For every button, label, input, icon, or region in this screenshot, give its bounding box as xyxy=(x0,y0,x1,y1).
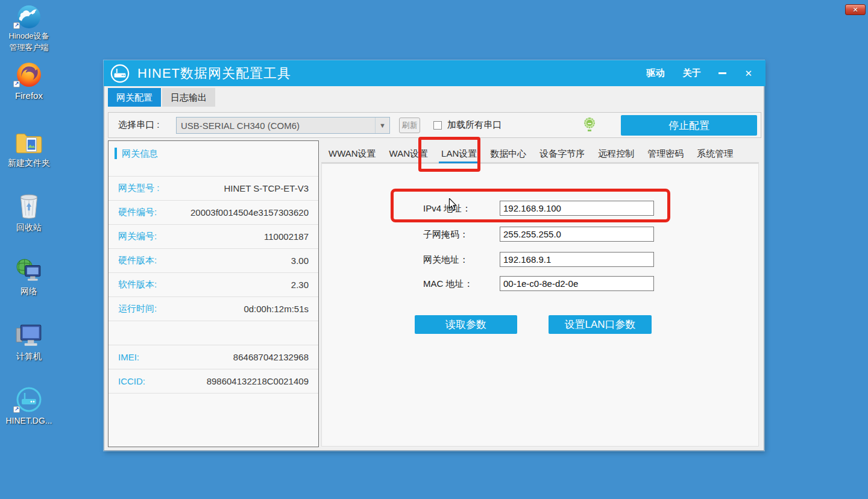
gateway-address-input[interactable] xyxy=(500,252,654,267)
desktop-icon-hinode-client[interactable]: ↗ Hinode设备 管理客户端 xyxy=(4,2,54,54)
gateway-info-panel: 网关信息 网关型号 : HINET S-TCP-ET-V3 硬件编号: 2000… xyxy=(108,140,319,447)
tab-lan-settings[interactable]: LAN设置 xyxy=(435,145,483,162)
shortcut-arrow-icon: ↗ xyxy=(13,406,20,413)
settings-tab-bar: WWAN设置 WAN设置 LAN设置 数据中心 设备字节序 远程控制 管理密码 … xyxy=(321,145,759,163)
info-label: 硬件版本: xyxy=(118,255,157,266)
desktop-icon-label: Firefox xyxy=(4,89,54,102)
tab-system-management[interactable]: 系统管理 xyxy=(691,145,739,162)
serial-port-bar: 选择串口 : USB-SERIAL CH340 (COM6) ▼ 刷新 加载所有… xyxy=(108,112,761,138)
remote-session-close-button[interactable]: ✕ xyxy=(845,4,866,15)
app-window: HINET数据网关配置工具 驱动 关于 ✕ 网关配置 日志输出 选择串口 : U… xyxy=(104,60,764,451)
lan-settings-panel: IPv4 地址： 子网掩码： 网关地址： MAC 地址： 读取参数 设置LAN口… xyxy=(321,163,759,447)
info-row-hardware-id: 硬件编号: 20003f0014504e3157303620 xyxy=(108,200,318,224)
shortcut-arrow-icon: ↗ xyxy=(13,22,20,29)
stop-config-button[interactable]: 停止配置 xyxy=(621,115,757,136)
tab-log-output[interactable]: 日志输出 xyxy=(162,88,215,107)
main-tab-bar: 网关配置 日志输出 xyxy=(108,88,216,107)
subnet-mask-label: 子网掩码： xyxy=(423,227,468,242)
form-row-ipv4: IPv4 地址： xyxy=(322,201,758,216)
info-row-empty xyxy=(108,321,318,345)
info-label: IMEI: xyxy=(118,352,139,362)
desktop-icon-computer[interactable]: 计算机 xyxy=(4,322,54,362)
desktop-icon-label: 网络 xyxy=(4,285,54,297)
accent-bar xyxy=(115,148,117,159)
info-value: 0d:00h:12m:51s xyxy=(244,304,309,314)
ipv4-label: IPv4 地址： xyxy=(423,201,471,216)
info-value: HINET S-TCP-ET-V3 xyxy=(224,183,309,193)
info-label: ICCID: xyxy=(118,376,145,386)
desktop-icon-network[interactable]: 网络 xyxy=(4,257,54,297)
status-bulb-icon xyxy=(584,118,595,128)
desktop-icon-firefox[interactable]: ↗ Firefox xyxy=(4,61,54,102)
recycle-bin-icon xyxy=(4,193,54,219)
tab-wwan-settings[interactable]: WWAN设置 xyxy=(322,145,382,162)
info-label: 网关型号 : xyxy=(118,183,159,194)
tab-admin-password[interactable]: 管理密码 xyxy=(641,145,690,162)
info-row-filler xyxy=(108,393,318,399)
desktop-icon-label: 计算机 xyxy=(4,350,54,362)
status-bulb-base xyxy=(588,130,591,131)
info-row-imei: IMEI: 864687042132968 xyxy=(108,345,318,369)
read-params-button[interactable]: 读取参数 xyxy=(415,315,517,334)
chevron-down-icon: ▼ xyxy=(375,118,389,133)
desktop-icon-recycle-bin[interactable]: 回收站 xyxy=(4,193,54,233)
hinet-router-icon: ↗ xyxy=(4,386,54,413)
desktop-icon-label: 回收站 xyxy=(4,221,54,233)
gateway-address-label: 网关地址： xyxy=(423,252,468,268)
info-row-gateway-id: 网关编号: 110002187 xyxy=(108,224,318,248)
subnet-mask-input[interactable] xyxy=(500,227,654,242)
desktop-icon-new-folder[interactable]: 新建文件夹 xyxy=(4,128,54,169)
desktop-icon-hinet-shortcut[interactable]: ↗ HINET.DG... xyxy=(4,386,54,427)
tab-gateway-config[interactable]: 网关配置 xyxy=(108,88,161,107)
close-button[interactable]: ✕ xyxy=(744,68,752,79)
titlebar: HINET数据网关配置工具 驱动 关于 ✕ xyxy=(104,60,766,86)
firefox-icon: ↗ xyxy=(4,61,54,87)
serial-port-select[interactable]: USB-SERIAL CH340 (COM6) ▼ xyxy=(176,117,390,134)
set-lan-params-button[interactable]: 设置LAN口参数 xyxy=(549,315,652,334)
mac-address-label: MAC 地址： xyxy=(423,276,473,292)
driver-menu-item[interactable]: 驱动 xyxy=(646,67,664,79)
about-menu-item[interactable]: 关于 xyxy=(682,67,700,79)
ipv4-input[interactable] xyxy=(500,201,654,216)
info-value: 898604132218C0021409 xyxy=(207,376,309,386)
form-row-subnet: 子网掩码： xyxy=(322,227,758,242)
info-row-iccid: ICCID: 898604132218C0021409 xyxy=(108,369,318,393)
gateway-info-title: 网关信息 xyxy=(122,148,158,160)
network-icon xyxy=(4,257,54,283)
info-value: 864687042132968 xyxy=(233,352,309,362)
app-logo-icon xyxy=(110,63,130,84)
load-all-ports-checkbox[interactable] xyxy=(433,121,442,130)
info-label: 硬件编号: xyxy=(118,207,157,218)
info-value: 20003f0014504e3157303620 xyxy=(190,207,309,218)
desktop-icon-label: Hinode设备 管理客户端 xyxy=(4,31,54,54)
serial-port-value: USB-SERIAL CH340 (COM6) xyxy=(177,121,375,131)
form-row-mac: MAC 地址： xyxy=(322,276,758,292)
info-row-sw-version: 软件版本: 2.30 xyxy=(108,272,318,297)
tab-wan-settings[interactable]: WAN设置 xyxy=(383,145,434,162)
info-label: 网关编号: xyxy=(118,231,157,242)
refresh-button[interactable]: 刷新 xyxy=(399,118,420,133)
info-label: 运行时间: xyxy=(118,303,157,315)
info-value: 3.00 xyxy=(291,256,309,266)
info-value: 2.30 xyxy=(291,280,309,290)
load-all-ports-label: 加载所有串口 xyxy=(447,119,502,131)
info-row-hw-version: 硬件版本: 3.00 xyxy=(108,248,318,272)
minimize-button[interactable] xyxy=(719,72,726,74)
desktop-icon-label: 新建文件夹 xyxy=(4,157,54,169)
form-row-gateway: 网关地址： xyxy=(322,252,758,268)
tab-byte-order[interactable]: 设备字节序 xyxy=(533,145,591,162)
mac-address-input[interactable] xyxy=(500,276,654,291)
tab-data-center[interactable]: 数据中心 xyxy=(484,145,532,162)
shortcut-arrow-icon: ↗ xyxy=(13,81,20,87)
computer-icon xyxy=(4,322,54,348)
window-title: HINET数据网关配置工具 xyxy=(137,64,291,83)
desktop-icon-label: HINET.DG... xyxy=(4,415,54,427)
info-row-model: 网关型号 : HINET S-TCP-ET-V3 xyxy=(108,176,318,200)
info-value: 110002187 xyxy=(264,231,309,242)
folder-icon xyxy=(4,128,54,155)
serial-port-label: 选择串口 : xyxy=(118,119,159,131)
gateway-info-header: 网关信息 xyxy=(108,141,318,176)
info-label: 软件版本: xyxy=(118,279,157,290)
info-row-uptime: 运行时间: 0d:00h:12m:51s xyxy=(108,297,318,321)
tab-remote-control[interactable]: 远程控制 xyxy=(592,145,640,162)
